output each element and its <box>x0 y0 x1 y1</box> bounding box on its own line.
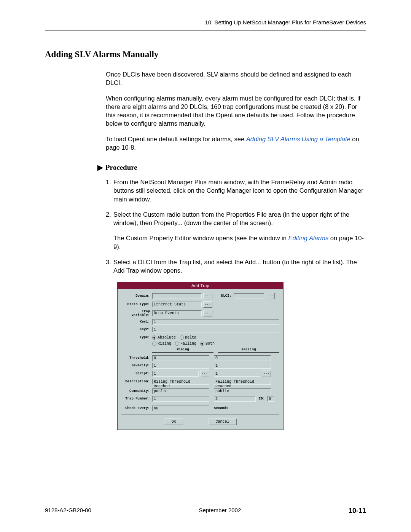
add-trap-window: Add Trap Domain: ... DLCI: - ... Stats T… <box>117 282 284 430</box>
check-every-label: Check every: <box>121 406 152 410</box>
key2-input[interactable]: 1 <box>152 327 279 332</box>
dlci-label: DLCI: <box>212 294 234 298</box>
stats-browse-button[interactable]: ... <box>203 301 212 308</box>
script-falling-browse-button[interactable]: ... <box>262 371 271 377</box>
key2-label: Key2: <box>121 328 152 331</box>
paragraph: To load OpenLane default settings for al… <box>106 135 366 152</box>
trap-number-label: Trap Number: <box>121 397 152 401</box>
severity-falling-input[interactable]: 1 <box>214 363 271 369</box>
section-heading: Adding SLV Alarms Manually <box>45 50 366 59</box>
link-editing-alarms[interactable]: Editing Alarms <box>288 235 328 241</box>
community-label: Community: <box>121 389 152 393</box>
step-text: Select the Custom radio button from the … <box>113 210 366 251</box>
domain-label: Domain: <box>121 294 152 298</box>
severity-label: Severity: <box>121 364 152 367</box>
script-rising-browse-button[interactable]: ... <box>200 371 209 377</box>
step-text: From the NetScout Manager Plus main wind… <box>113 178 366 203</box>
description-rising-input[interactable]: Rising Threshold Reached <box>152 379 209 385</box>
link-adding-slv-template[interactable]: Adding SLV Alarms Using a Template <box>246 136 350 142</box>
radio-icon <box>152 342 156 346</box>
threshold-rising-input[interactable]: 0 <box>152 355 209 361</box>
cancel-button[interactable]: Cancel <box>209 419 237 425</box>
trapvar-browse-button[interactable]: ... <box>203 310 212 316</box>
community-falling-input[interactable]: public <box>214 388 271 394</box>
threshold-label: Threshold: <box>121 356 152 360</box>
paragraph: When configuring alarms manually, every … <box>106 94 366 128</box>
triangle-icon: ▶ <box>97 163 103 172</box>
window-title: Add Trap <box>118 282 283 289</box>
ok-button[interactable]: OK <box>164 419 183 425</box>
footer-doc-id: 9128-A2-GB20-80 <box>45 507 91 515</box>
script-rising-input[interactable]: 1 <box>152 371 199 377</box>
dlci-input[interactable]: - <box>234 293 264 299</box>
script-falling-input[interactable]: 1 <box>214 371 260 377</box>
domain-browse-button[interactable]: ... <box>203 293 212 299</box>
radio-icon <box>152 335 156 340</box>
step-number: 2. <box>106 210 113 251</box>
paragraph: Once DLCIs have been discovered, SLV ala… <box>106 70 366 87</box>
dlci-browse-button[interactable]: ... <box>266 293 275 299</box>
key1-input[interactable]: 1 <box>152 319 279 325</box>
community-rising-input[interactable]: public <box>152 388 209 394</box>
radio-icon <box>200 342 204 346</box>
severity-rising-input[interactable]: 1 <box>152 363 209 369</box>
stats-type-input[interactable]: Ethernet Stats <box>152 302 202 307</box>
description-label: Description: <box>121 380 152 383</box>
page-number: 10-11 <box>349 507 366 515</box>
trap-number-falling-input[interactable]: 2 <box>214 396 256 402</box>
radio-rising[interactable]: Rising <box>152 342 171 346</box>
domain-input[interactable] <box>152 293 202 299</box>
script-label: Script: <box>121 372 152 375</box>
trap-number-rising-input[interactable]: 1 <box>152 396 209 402</box>
key1-label: Key1: <box>121 320 152 324</box>
trap-variable-label: Trap Variable: <box>121 310 152 317</box>
footer-date: September 2002 <box>199 507 241 515</box>
description-falling-input[interactable]: Falling Threshold Reached <box>214 379 271 385</box>
step-number: 1. <box>106 178 113 203</box>
stats-type-label: Stats Type: <box>121 302 152 306</box>
radio-both[interactable]: Both <box>200 342 215 346</box>
threshold-falling-input[interactable]: 0 <box>214 355 271 361</box>
page-header: 10. Setting Up NetScout Manager Plus for… <box>45 19 366 30</box>
radio-absolute[interactable]: Absolute <box>152 335 176 340</box>
radio-falling[interactable]: Falling <box>175 342 196 346</box>
radio-delta[interactable]: Delta <box>180 335 196 340</box>
rising-column-header: Rising <box>152 348 213 353</box>
type-label: Type: <box>121 335 152 339</box>
trap-variable-input[interactable]: Drop Events <box>152 310 202 316</box>
check-every-input[interactable]: 60 <box>152 406 209 411</box>
step-number: 3. <box>106 258 113 275</box>
radio-icon <box>175 342 179 346</box>
step-text: Select a DLCI from the Trap list, and se… <box>113 258 366 275</box>
radio-icon <box>180 335 184 340</box>
id-input[interactable]: 6 <box>267 396 274 402</box>
seconds-label: seconds <box>214 406 228 410</box>
id-label: ID: <box>256 397 267 401</box>
falling-column-header: Falling <box>218 348 279 353</box>
procedure-heading: ▶Procedure <box>97 163 366 172</box>
